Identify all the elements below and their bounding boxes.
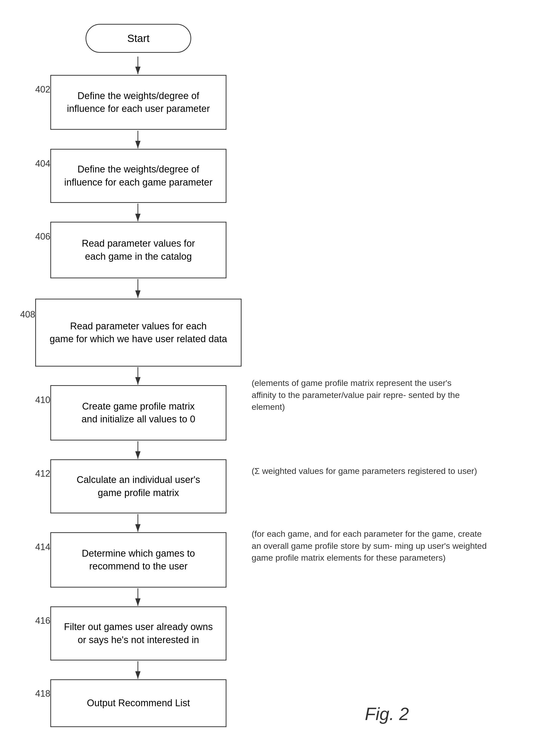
step-text-410: Create game profile matrixand initialize…: [81, 400, 195, 426]
flow-box-404: Define the weights/degree ofinfluence fo…: [50, 149, 226, 203]
step-label-418: 418: [35, 688, 50, 699]
step-text-404: Define the weights/degree ofinfluence fo…: [64, 163, 212, 189]
step-label-402: 402: [35, 84, 50, 95]
step-text-414: Determine which games torecommend to the…: [82, 547, 195, 573]
flow-box-406: Read parameter values foreach game in th…: [50, 222, 226, 278]
flow-box-418: Output Recommend List: [50, 679, 226, 727]
step-text-412: Calculate an individual user'sgame profi…: [77, 473, 200, 499]
step-label-416: 416: [35, 615, 50, 626]
step-text-416: Filter out games user already ownsor say…: [64, 620, 212, 646]
step-label-408: 408: [20, 309, 35, 320]
step-label-410: 410: [35, 395, 50, 405]
flow-box-414: Determine which games torecommend to the…: [50, 532, 226, 588]
flow-box-408: Read parameter values for eachgame for w…: [35, 299, 241, 367]
flow-box-412: Calculate an individual user'sgame profi…: [50, 459, 226, 513]
diagram-container: Start 402 Define the weights/degree ofin…: [0, 0, 547, 756]
start-box: Start: [85, 24, 191, 53]
flow-box-416: Filter out games user already ownsor say…: [50, 606, 226, 660]
annotation-410: (elements of game profile matrix represe…: [251, 377, 478, 413]
step-text-406: Read parameter values foreach game in th…: [82, 237, 195, 263]
flow-box-402: Define the weights/degree ofinfluence fo…: [50, 75, 226, 130]
step-label-404: 404: [35, 158, 50, 169]
annotation-414: (for each game, and for each parameter f…: [251, 528, 493, 564]
start-label: Start: [127, 32, 150, 45]
step-text-408: Read parameter values for eachgame for w…: [50, 320, 227, 346]
step-text-402: Define the weights/degree ofinfluence fo…: [67, 90, 210, 115]
flow-box-410: Create game profile matrixand initialize…: [50, 385, 226, 440]
step-label-406: 406: [35, 231, 50, 242]
step-label-412: 412: [35, 468, 50, 479]
step-text-418: Output Recommend List: [87, 697, 190, 709]
fig-label: Fig. 2: [365, 704, 409, 724]
step-label-414: 414: [35, 542, 50, 552]
annotation-412: (Σ weighted values for game parameters r…: [251, 465, 478, 477]
